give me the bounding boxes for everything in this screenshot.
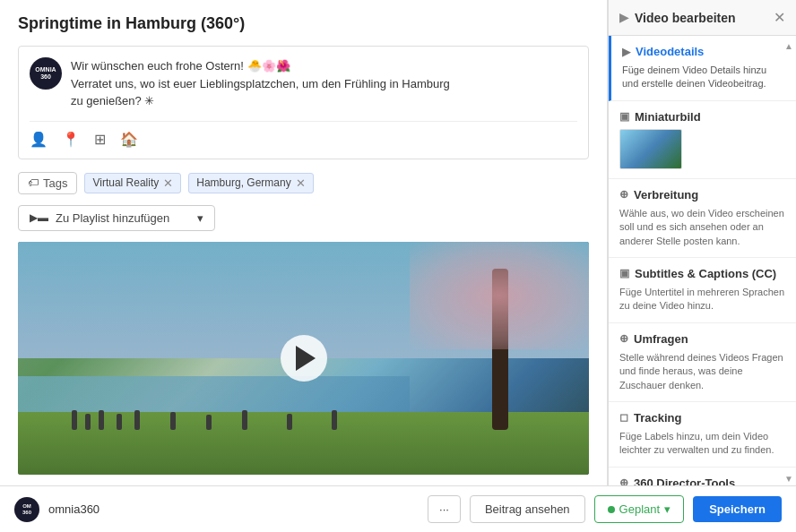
post-box: OMNIA360 Wir wünschen euch frohe Ostern!… [18,46,589,159]
scroll-down-controls: ▼ [782,472,796,485]
post-text: Wir wünschen euch frohe Ostern! 🐣🌸🌺 Verr… [71,57,450,110]
tracking-header: ◻ Tracking [619,411,785,425]
home-icon[interactable]: 🏠 [120,131,138,148]
app-container: Springtime in Hamburg (360°) OMNIA360 Wi… [0,0,796,532]
tracking-icon: ◻ [619,411,628,424]
bottom-actions: ··· Beitrag ansehen Geplant ▾ Speichern [428,495,782,523]
panel-section-subtitles[interactable]: ▣ Subtitles & Captions (CC) Füge Unterti… [609,258,796,323]
verbreitung-desc: Wähle aus, wo dein Video erscheinen soll… [619,207,785,248]
avatar: OMNIA360 [30,57,62,90]
tag-virtual-reality[interactable]: Virtual Reality ✕ [84,173,181,193]
bottom-avatar: OM360 [14,497,39,522]
grid-icon[interactable]: ⊞ [94,131,106,148]
chevron-down-icon: ▾ [197,211,203,225]
video-thumb [18,242,589,475]
video-edit-icon: ▶ [619,11,628,24]
scheduled-arrow: ▾ [664,502,671,516]
umfragen-desc: Stelle während deines Videos Fragen und … [619,351,785,392]
panel-section-tracking[interactable]: ◻ Tracking Füge Labels hinzu, um dein Vi… [609,402,796,468]
panel-section-360director[interactable]: ⊕ 360 Director-Tools Gestalte dein 360°-… [609,468,796,485]
thumbnail-image[interactable] [619,129,682,169]
subtitles-icon: ▣ [619,267,629,279]
scheduled-dot [608,506,615,513]
playlist-section: ▶▬ Zu Playlist hinzufügen ▾ [18,205,589,231]
miniaturbild-header: ▣ Miniaturbild [619,110,785,124]
close-panel-button[interactable]: ✕ [774,9,785,26]
bottom-username: omnia360 [48,502,419,516]
play-button[interactable] [281,335,327,382]
umfragen-icon: ⊕ [619,332,628,345]
view-post-button[interactable]: Beitrag ansehen [470,495,585,523]
panel-section-videodetails[interactable]: ▶ Videodetails Füge deinem Video Details… [609,36,796,101]
panel-section-verbreitung[interactable]: ⊕ Verbreitung Wähle aus, wo dein Video e… [609,179,796,258]
content-area: Springtime in Hamburg (360°) OMNIA360 Wi… [0,0,796,485]
remove-tag-hamburg[interactable]: ✕ [296,176,306,190]
miniaturbild-icon: ▣ [619,110,629,123]
panel-header: ▶ Video bearbeiten ✕ [609,0,796,36]
remove-tag-virtual-reality[interactable]: ✕ [163,176,173,190]
playlist-icon: ▶▬ [30,211,48,224]
verbreitung-header: ⊕ Verbreitung [619,188,785,202]
360director-header: ⊕ 360 Director-Tools [619,476,785,485]
tracking-desc: Füge Labels hinzu, um dein Video leichte… [619,430,785,458]
right-panel: ▶ Video bearbeiten ✕ ▶ Videodetails Füge… [608,0,796,485]
scroll-controls: ▲ [782,39,796,53]
subtitles-desc: Füge Untertitel in mehreren Sprachen zu … [619,286,785,313]
panel-title: ▶ Video bearbeiten [619,11,736,25]
scheduled-button[interactable]: Geplant ▾ [594,495,685,523]
tag-hamburg[interactable]: Hamburg, Germany ✕ [188,173,313,193]
verbreitung-icon: ⊕ [619,188,628,201]
videodetails-header: ▶ Videodetails [622,45,785,58]
umfragen-header: ⊕ Umfragen [619,332,785,346]
subtitles-header: ▣ Subtitles & Captions (CC) [619,267,785,280]
page-title: Springtime in Hamburg (360°) [18,14,589,33]
more-options-button[interactable]: ··· [428,495,461,523]
save-button[interactable]: Speichern [693,496,782,522]
scroll-down-button[interactable]: ▼ [784,474,793,484]
playlist-dropdown[interactable]: ▶▬ Zu Playlist hinzufügen ▾ [18,205,215,231]
post-icons: 👤 📍 ⊞ 🏠 [30,121,577,148]
play-icon [296,346,316,371]
panel-scroll[interactable]: ▶ Videodetails Füge deinem Video Details… [609,36,796,485]
videodetails-desc: Füge deinem Video Details hinzu und erst… [622,64,785,91]
post-header: OMNIA360 Wir wünschen euch frohe Ostern!… [30,57,577,110]
left-panel: Springtime in Hamburg (360°) OMNIA360 Wi… [0,0,608,485]
scroll-up-button[interactable]: ▲ [784,41,793,51]
360director-icon: ⊕ [619,476,628,485]
panel-section-umfragen[interactable]: ⊕ Umfragen Stelle während deines Videos … [609,323,796,402]
bottom-bar: OM360 omnia360 ··· Beitrag ansehen Gepla… [0,485,796,532]
location-icon[interactable]: 📍 [62,131,80,148]
tags-label[interactable]: 🏷 Tags [18,172,77,194]
video-container [18,242,589,475]
tag-icon: 🏷 [28,176,39,189]
panel-section-miniaturbild[interactable]: ▣ Miniaturbild [609,101,796,179]
videodetails-icon: ▶ [622,46,630,58]
tags-section: 🏷 Tags Virtual Reality ✕ Hamburg, German… [18,172,589,194]
user-icon[interactable]: 👤 [30,131,48,148]
